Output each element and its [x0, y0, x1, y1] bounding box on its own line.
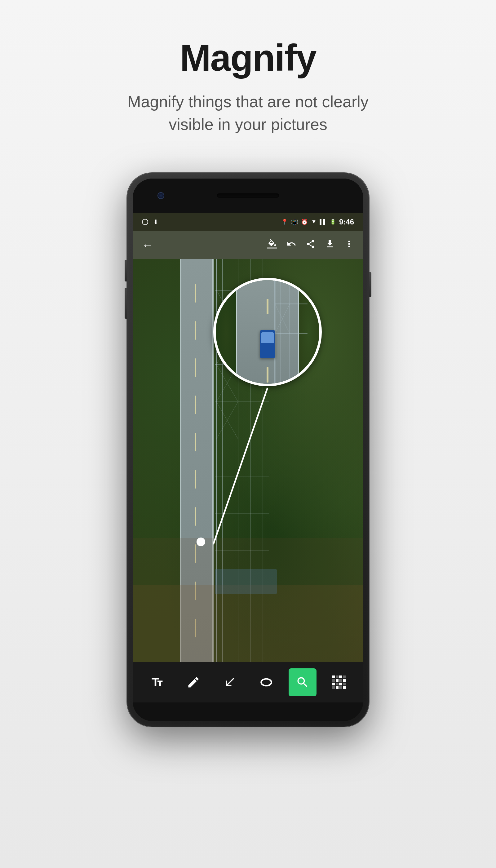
signal-icon: ▌▌ — [320, 219, 327, 225]
app-toolbar: ← — [133, 231, 363, 259]
status-left-icons: ⬇ — [142, 218, 158, 226]
undo-button[interactable] — [286, 239, 296, 251]
status-bar: ⬇ 📍 📳 ⏰ ▼ ▌▌ 🔋 9:46 — [133, 213, 363, 231]
back-button[interactable]: ← — [142, 239, 153, 252]
paint-bucket-button[interactable] — [267, 239, 277, 251]
speaker — [217, 193, 279, 198]
road-dash-8 — [195, 544, 196, 563]
alarm-icon: ⏰ — [301, 219, 308, 226]
battery-icon: 🔋 — [330, 219, 336, 225]
status-circle-icon — [142, 219, 148, 225]
pen-tool-button[interactable] — [180, 668, 207, 696]
magnify-content — [216, 280, 319, 384]
phone-inner: ⬇ 📍 📳 ⏰ ▼ ▌▌ 🔋 9:46 — [133, 179, 363, 721]
share-button[interactable] — [306, 239, 315, 251]
toolbar-icons — [267, 239, 354, 251]
phone-bottom-bezel — [133, 702, 363, 721]
road — [181, 259, 213, 662]
camera-icon — [157, 192, 164, 199]
road-dash-4 — [195, 396, 196, 414]
road-left-edge — [180, 259, 181, 662]
page-wrapper: Magnify Magnify things that are not clea… — [0, 0, 496, 727]
road-dash-9 — [195, 582, 196, 600]
road-dash-3 — [195, 358, 196, 377]
road-right-edge — [212, 259, 214, 662]
magnified-car — [260, 330, 275, 358]
aerial-image — [133, 259, 363, 662]
shape-tool-button[interactable] — [252, 668, 280, 696]
page-header: Magnify Magnify things that are not clea… — [108, 0, 388, 154]
power-button — [369, 272, 371, 297]
status-download-icon: ⬇ — [153, 218, 158, 226]
ground-dot — [197, 538, 205, 546]
bottom-toolbar — [133, 662, 363, 702]
wifi-icon: ▼ — [311, 219, 316, 225]
road-dash-7 — [195, 507, 196, 526]
checker-tool-button[interactable] — [325, 668, 353, 696]
status-right-icons: 📍 📳 ⏰ ▼ ▌▌ 🔋 9:46 — [281, 218, 354, 226]
magnify-tool-button[interactable] — [289, 668, 316, 696]
image-area — [133, 259, 363, 662]
road-dash-2 — [195, 321, 196, 340]
road-dash-1 — [195, 284, 196, 303]
road-dash-6 — [195, 470, 196, 489]
save-button[interactable] — [325, 239, 335, 251]
phone-outer: ⬇ 📍 📳 ⏰ ▼ ▌▌ 🔋 9:46 — [127, 173, 369, 727]
phone-container: ⬇ 📍 📳 ⏰ ▼ ▌▌ 🔋 9:46 — [127, 173, 369, 727]
status-time: 9:46 — [339, 218, 354, 226]
svg-point-34 — [261, 679, 271, 686]
arrow-tool-button[interactable] — [216, 668, 244, 696]
vibrate-icon: 📳 — [291, 219, 298, 226]
page-title: Magnify — [108, 37, 388, 78]
more-button[interactable] — [344, 239, 354, 251]
road-dash-10 — [195, 619, 196, 637]
location-icon: 📍 — [281, 219, 288, 226]
page-subtitle: Magnify things that are not clearly visi… — [108, 91, 388, 136]
checker-icon — [332, 676, 346, 689]
phone-top-bezel — [133, 179, 363, 213]
phone-screen: ⬇ 📍 📳 ⏰ ▼ ▌▌ 🔋 9:46 — [133, 213, 363, 721]
text-tool-button[interactable] — [143, 668, 171, 696]
back-arrow-icon: ← — [142, 239, 153, 251]
magnify-circle[interactable] — [213, 278, 322, 386]
volume-up-button — [125, 260, 127, 281]
volume-down-button — [125, 288, 127, 319]
road-dash-5 — [195, 433, 196, 451]
